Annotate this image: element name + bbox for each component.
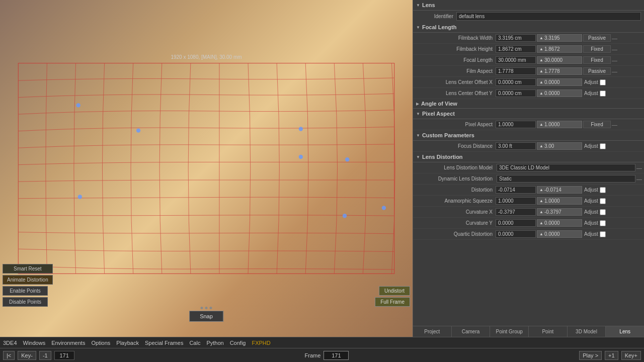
key-plus-button[interactable]: Key+ <box>621 351 641 360</box>
dynamic-lens-label: Dynamic Lens Distortion <box>415 176 496 182</box>
lens-header-label: Lens <box>422 2 435 8</box>
pixel-aspect-mode[interactable]: Fixed <box>583 121 611 128</box>
filmback-width-value[interactable]: 3.3195 cm <box>496 34 536 42</box>
lens-center-y-slider[interactable]: ▲ 0.0000 <box>537 89 582 97</box>
curvature-y-value[interactable]: 0.0000 <box>496 219 536 227</box>
focal-length-slider[interactable]: ▲ 30.0000 <box>537 56 582 64</box>
lens-center-y-value[interactable]: 0.0000 cm <box>496 89 536 97</box>
tab-camera[interactable]: Camera <box>452 326 491 337</box>
menu-playback[interactable]: Playback <box>116 340 139 346</box>
tab-point[interactable]: Point <box>529 326 568 337</box>
focus-distance-row: Focus Distance 3.00 ft ▲ 3.00 Adjust <box>413 141 644 152</box>
anamorphic-value[interactable]: 1.0000 <box>496 197 536 205</box>
pixel-aspect-slider[interactable]: ▲ 1.0000 <box>537 121 582 128</box>
lens-section-header[interactable]: ▼ Lens <box>413 0 644 11</box>
pixel-aspect-header[interactable]: ▼ Pixel Aspect <box>413 109 644 119</box>
distortion-value[interactable]: -0.0714 <box>496 186 536 194</box>
curvature-x-slider[interactable]: ▲ -0.3797 <box>537 208 582 216</box>
tab-project[interactable]: Project <box>413 326 452 337</box>
tab-point-group[interactable]: Point Group <box>490 326 529 337</box>
menu-fxphd[interactable]: FXPHD <box>252 340 270 346</box>
curvature-x-value[interactable]: -0.3797 <box>496 208 536 216</box>
focus-distance-slider[interactable]: ▲ 3.00 <box>537 142 582 150</box>
menu-config[interactable]: Config <box>230 340 246 346</box>
viewport-buttons-bottom-right: Undistort Full Frame <box>375 286 410 307</box>
filmback-width-slider[interactable]: ▲ 3.3195 <box>537 34 582 42</box>
pixel-aspect-value[interactable]: 1.0000 <box>496 121 536 128</box>
dot-3 <box>210 307 212 309</box>
lens-center-y-label: Lens Center Offset Y <box>415 90 496 96</box>
filmback-height-value[interactable]: 1.8672 cm <box>496 45 536 53</box>
film-aspect-value[interactable]: 1.7778 <box>496 67 536 75</box>
lens-distortion-header[interactable]: ▼ Lens Distortion <box>413 152 644 162</box>
lens-center-x-slider[interactable]: ▲ 0.0000 <box>537 78 582 86</box>
menu-python[interactable]: Python <box>206 340 223 346</box>
play-button[interactable]: Play > <box>579 351 602 360</box>
menu-special-frames[interactable]: Special Frames <box>145 340 183 346</box>
quartic-value[interactable]: 0.0000 <box>496 230 536 238</box>
tab-lens[interactable]: Lens <box>606 326 644 337</box>
key-minus-button[interactable]: Key- <box>18 351 36 360</box>
snap-button[interactable]: Snap <box>189 311 223 322</box>
disable-points-button[interactable]: Disable Points <box>3 297 48 307</box>
plus-one-button[interactable]: +1 <box>605 351 618 360</box>
lens-center-x-row: Lens Center Offset X 0.0000 cm ▲ 0.0000 … <box>413 77 644 88</box>
curvature-x-checkbox[interactable] <box>600 209 606 215</box>
filmback-height-slider-val: 1.8672 <box>544 46 560 52</box>
anamorphic-label: Anamorphic Squeeze <box>415 198 496 204</box>
curvature-y-checkbox[interactable] <box>600 220 606 226</box>
animate-distortion-button[interactable]: Animate Distortion <box>3 275 53 285</box>
focal-length-mode[interactable]: Fixed <box>583 56 611 64</box>
lens-center-y-checkbox[interactable] <box>600 90 606 97</box>
lens-center-x-mode: Adjust <box>584 79 598 85</box>
focus-distance-checkbox[interactable] <box>600 143 606 149</box>
curvature-y-slider[interactable]: ▲ 0.0000 <box>537 219 582 227</box>
lens-dist-model-value[interactable]: 3DE Classic LD Model <box>497 164 635 171</box>
distortion-slider[interactable]: ▲ -0.0714 <box>537 186 582 194</box>
filmback-height-slider[interactable]: ▲ 1.8672 <box>537 45 582 53</box>
focal-length-value[interactable]: 30.0000 mm <box>496 56 536 64</box>
focal-length-label: Focal Length <box>422 24 456 30</box>
menu-windows[interactable]: Windows <box>23 340 46 346</box>
focus-distance-value[interactable]: 3.00 ft <box>496 142 536 150</box>
frame-label: Frame <box>305 352 321 358</box>
anamorphic-checkbox[interactable] <box>600 198 606 204</box>
film-aspect-slider[interactable]: ▲ 1.7778 <box>537 67 582 75</box>
menu-environments[interactable]: Environments <box>51 340 85 346</box>
quartic-checkbox[interactable] <box>600 231 606 237</box>
curvature-y-label: Curvature Y <box>415 220 496 226</box>
identifier-row: Identifier <box>413 11 644 22</box>
right-panel: ▼ Lens Identifier ▼ Focal Length Filmbac… <box>413 0 644 337</box>
distortion-checkbox[interactable] <box>600 187 606 193</box>
go-to-start-button[interactable]: |< <box>3 351 15 360</box>
focus-distance-slider-val: 3.00 <box>544 143 554 149</box>
filmback-width-mode[interactable]: Passive <box>583 34 611 42</box>
tab-3d-model[interactable]: 3D Model <box>568 326 606 337</box>
menu-calc[interactable]: Calc <box>189 340 200 346</box>
minus-one-button[interactable]: -1 <box>39 351 51 360</box>
menu-options[interactable]: Options <box>91 340 110 346</box>
anamorphic-slider[interactable]: ▲ 1.0000 <box>537 197 582 205</box>
focal-length-header[interactable]: ▼ Focal Length <box>413 22 644 33</box>
filmback-width-label: Filmback Width <box>415 35 496 41</box>
quartic-slider[interactable]: ▲ 0.0000 <box>537 230 582 238</box>
custom-params-triangle-icon: ▼ <box>416 133 420 138</box>
angle-of-view-header[interactable]: ▶ Angle of View <box>413 99 644 109</box>
frame-number-input[interactable] <box>54 351 74 360</box>
identifier-input[interactable] <box>456 12 641 21</box>
lens-center-x-checkbox[interactable] <box>600 79 606 85</box>
panel-spacer <box>413 240 644 326</box>
undistort-button[interactable]: Undistort <box>379 286 410 296</box>
lens-center-x-value[interactable]: 0.0000 cm <box>496 78 536 86</box>
menu-3de4[interactable]: 3DE4 <box>3 340 17 346</box>
film-aspect-mode[interactable]: Passive <box>583 67 611 75</box>
filmback-height-tri-icon: ▲ <box>539 47 543 51</box>
filmback-height-mode[interactable]: Fixed <box>583 45 611 53</box>
smart-reset-button[interactable]: Smart Reset <box>3 264 53 274</box>
custom-params-header[interactable]: ▼ Custom Parameters <box>413 130 644 141</box>
full-frame-button[interactable]: Full Frame <box>375 297 410 307</box>
frame-value-input[interactable] <box>324 351 349 360</box>
dynamic-lens-value[interactable]: Static <box>497 175 635 183</box>
enable-points-button[interactable]: Enable Points <box>3 286 48 296</box>
filmback-width-row: Filmback Width 3.3195 cm ▲ 3.3195 Passiv… <box>413 33 644 44</box>
